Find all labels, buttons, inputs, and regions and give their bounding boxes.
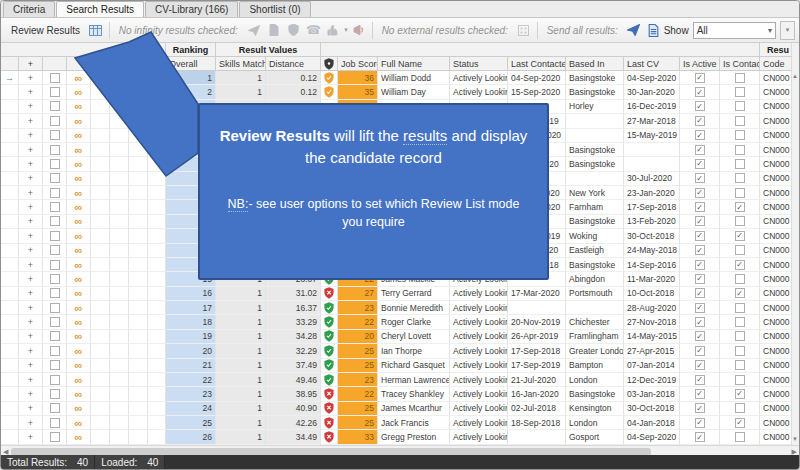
cell-full-name[interactable]: Richard Gasquet	[378, 359, 450, 373]
cell-based-in[interactable]: Basingstoke	[566, 85, 624, 99]
cell-overall[interactable]: 16	[166, 287, 216, 301]
cell-is-contact[interactable]: ✓	[720, 416, 760, 430]
cell-last-contacted[interactable]	[508, 301, 566, 315]
flag-cell[interactable]	[91, 200, 110, 214]
cell-skills-match[interactable]: 1	[216, 359, 266, 373]
cell-is-contact[interactable]	[720, 244, 760, 258]
show-dropdown[interactable]: All ▾	[693, 22, 776, 39]
row-checkbox[interactable]	[50, 145, 60, 155]
toolbar-overflow-button[interactable]: ▾	[780, 21, 795, 40]
row-select-cell[interactable]	[43, 244, 67, 258]
cell-is-contact[interactable]	[720, 215, 760, 229]
cell-job-score[interactable]: 22	[338, 387, 378, 401]
cell-last-contacted[interactable]: 26-Apr-2019	[508, 330, 566, 344]
flag-cell[interactable]	[110, 330, 129, 344]
row-select-cell[interactable]	[43, 301, 67, 315]
flag-cell[interactable]	[110, 272, 129, 286]
header-full-name[interactable]: Full Name	[378, 57, 450, 71]
is-active-checkbox[interactable]: ✓	[695, 418, 705, 428]
cell-last-cv[interactable]: 12-Dec-2019	[624, 373, 680, 387]
flag-cell[interactable]	[110, 301, 129, 315]
flag-cell[interactable]	[148, 85, 166, 99]
cell-overall[interactable]: 17	[166, 301, 216, 315]
cell-is-contact[interactable]	[720, 172, 760, 186]
flag-cell[interactable]	[148, 172, 166, 186]
cell-based-in[interactable]	[566, 301, 624, 315]
cell-code[interactable]: CN000	[760, 200, 793, 214]
header-checkbox[interactable]	[43, 57, 67, 71]
cell-last-cv[interactable]: 27-Nov-2018	[624, 315, 680, 329]
cell-code[interactable]: CN000	[760, 416, 793, 430]
header-infinity[interactable]	[67, 57, 91, 71]
cell-full-name[interactable]: Herman Lawrence	[378, 373, 450, 387]
cell-overall[interactable]: 24	[166, 402, 216, 416]
cell-last-cv[interactable]: 17-Sep-2018	[624, 200, 680, 214]
cell-is-active[interactable]: ✓	[680, 272, 720, 286]
cell-skills-match[interactable]: 1	[216, 71, 266, 85]
cell-code[interactable]: CN000	[760, 244, 793, 258]
flag-cell[interactable]	[129, 402, 148, 416]
cell-distance[interactable]: 38.95	[266, 387, 321, 401]
infinity-icon[interactable]: ∞	[67, 402, 91, 416]
flag-cell[interactable]	[129, 430, 148, 444]
cell-last-cv[interactable]: 13-Feb-2020	[624, 215, 680, 229]
flag-cell[interactable]	[129, 301, 148, 315]
flag-cell[interactable]	[148, 416, 166, 430]
cell-last-contacted[interactable]: 17-Mar-2020	[508, 287, 566, 301]
row-checkbox[interactable]	[50, 73, 60, 83]
flag-cell[interactable]	[148, 402, 166, 416]
cell-skills-match[interactable]: 1	[216, 402, 266, 416]
header-is-active[interactable]: Is Active	[680, 57, 720, 71]
cell-last-contacted[interactable]: 15-Sep-2020	[508, 85, 566, 99]
header-is-contact[interactable]: Is Contact	[720, 57, 760, 71]
cell-code[interactable]: CN000	[760, 215, 793, 229]
cell-based-in[interactable]	[566, 114, 624, 128]
cell-status[interactable]: Actively Looking	[450, 287, 508, 301]
row-checkbox[interactable]	[50, 360, 60, 370]
cell-skills-match[interactable]: 1	[216, 287, 266, 301]
is-contact-checkbox[interactable]	[735, 173, 745, 183]
cell-status[interactable]: Actively Looking	[450, 315, 508, 329]
cell-full-name[interactable]: Bonnie Meredith	[378, 301, 450, 315]
cell-skills-match[interactable]: 1	[216, 330, 266, 344]
row-checkbox[interactable]	[50, 418, 60, 428]
red-megaphone-icon[interactable]	[110, 57, 129, 71]
cell-based-in[interactable]: Basingstoke	[566, 157, 624, 171]
flag-cell[interactable]	[110, 430, 129, 444]
is-active-checkbox[interactable]: ✓	[695, 101, 705, 111]
cell-is-contact[interactable]	[720, 114, 760, 128]
row-expand-button[interactable]: +	[19, 330, 43, 344]
row-select-cell[interactable]	[43, 402, 67, 416]
cell-based-in[interactable]: Portsmouth	[566, 287, 624, 301]
flag-cell[interactable]	[148, 287, 166, 301]
cell-is-contact[interactable]: ✓	[720, 200, 760, 214]
cell-last-cv[interactable]: 30-Oct-2018	[624, 229, 680, 243]
cell-distance[interactable]: 0.12	[266, 85, 321, 99]
infinity-icon[interactable]: ∞	[67, 315, 91, 329]
cell-based-in[interactable]: Basingstoke	[566, 387, 624, 401]
row-checkbox[interactable]	[50, 288, 60, 298]
cell-shield[interactable]	[321, 301, 338, 315]
flag-cell[interactable]	[91, 229, 110, 243]
cell-job-score[interactable]: 22	[338, 315, 378, 329]
cell-is-active[interactable]: ✓	[680, 129, 720, 143]
flag-cell[interactable]	[110, 143, 129, 157]
cell-full-name[interactable]: Cheryl Lovett	[378, 330, 450, 344]
row-select-cell[interactable]	[43, 387, 67, 401]
blue-circle-icon[interactable]	[129, 57, 148, 71]
is-contact-checkbox[interactable]	[735, 159, 745, 169]
flag-cell[interactable]	[110, 287, 129, 301]
infinity-icon[interactable]: ∞	[67, 387, 91, 401]
flag-cell[interactable]	[148, 215, 166, 229]
row-checkbox[interactable]	[50, 274, 60, 284]
scroll-up-icon[interactable]: ▲	[792, 73, 798, 79]
cell-full-name[interactable]: Gregg Preston	[378, 430, 450, 444]
row-select-cell[interactable]	[43, 287, 67, 301]
row-expand-button[interactable]: +	[19, 200, 43, 214]
flag-cell[interactable]	[148, 344, 166, 358]
flag-cell[interactable]	[148, 373, 166, 387]
row-checkbox[interactable]	[50, 130, 60, 140]
cell-is-contact[interactable]: ✓	[720, 258, 760, 272]
row-expand-button[interactable]: +	[19, 215, 43, 229]
flag-cell[interactable]	[129, 186, 148, 200]
